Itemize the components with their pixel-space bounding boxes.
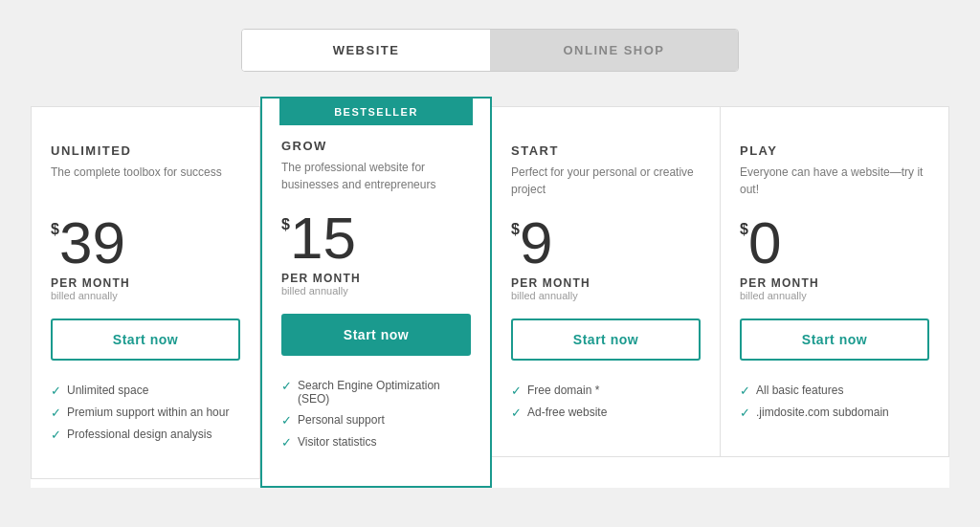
feature-text: Search Engine Optimization (SEO) (298, 379, 471, 406)
tab-toggle: WEBSITE ONLINE SHOP (241, 29, 739, 72)
feature-text: Free domain * (527, 384, 599, 397)
price-block-unlimited: $ 39 (51, 213, 240, 273)
plan-card-unlimited: UNLIMITEDThe complete toolbox for succes… (31, 106, 260, 479)
feature-item: ✓ Free domain * (511, 384, 701, 398)
features-list-unlimited: ✓ Unlimited space ✓ Premium support with… (51, 384, 240, 442)
price-num-grow: 15 (290, 209, 356, 268)
check-icon: ✓ (51, 406, 61, 420)
plan-desc-grow: The professional website for businesses … (281, 159, 471, 193)
start-btn-grow[interactable]: Start now (281, 314, 471, 356)
start-btn-unlimited[interactable]: Start now (51, 318, 240, 361)
check-icon: ✓ (740, 406, 750, 420)
plan-desc-play: Everyone can have a website—try it out! (740, 164, 929, 198)
tab-online-shop[interactable]: ONLINE SHOP (490, 30, 738, 71)
feature-text: All basic features (756, 384, 843, 397)
feature-text: Visitor statistics (298, 435, 376, 449)
plan-name-play: PLAY (740, 143, 929, 158)
price-block-start: $ 9 (511, 213, 701, 273)
per-month-start: PER MONTH (511, 276, 701, 290)
currency-unlimited: $ (51, 221, 59, 238)
feature-item: ✓ Visitor statistics (281, 435, 471, 450)
plan-card-grow: BESTSELLERGROWThe professional website f… (260, 97, 492, 488)
price-block-play: $ 0 (740, 213, 929, 273)
feature-item: ✓ Search Engine Optimization (SEO) (281, 379, 471, 406)
check-icon: ✓ (511, 384, 522, 398)
feature-item: ✓ Ad-free website (511, 406, 701, 420)
billed-start: billed annually (511, 290, 701, 301)
currency-play: $ (740, 221, 748, 238)
currency-grow: $ (281, 216, 290, 233)
price-num-unlimited: 39 (59, 213, 125, 273)
feature-text: Unlimited space (67, 384, 148, 397)
feature-item: ✓ Unlimited space (51, 384, 240, 398)
billed-unlimited: billed annually (51, 290, 240, 301)
feature-text: .jimdosite.com subdomain (756, 406, 889, 419)
plan-desc-start: Perfect for your personal or creative pr… (511, 164, 701, 198)
check-icon: ✓ (511, 406, 522, 420)
feature-item: ✓ .jimdosite.com subdomain (740, 406, 929, 420)
billed-grow: billed annually (281, 285, 471, 296)
per-month-play: PER MONTH (740, 276, 929, 290)
feature-item: ✓ Professional design analysis (51, 428, 240, 442)
plan-card-play: PLAYEveryone can have a website—try it o… (721, 106, 949, 457)
check-icon: ✓ (281, 413, 292, 428)
feature-text: Premium support within an hour (67, 406, 229, 419)
check-icon: ✓ (51, 428, 61, 442)
check-icon: ✓ (281, 379, 292, 393)
feature-text: Professional design analysis (67, 428, 212, 441)
plan-card-start: STARTPerfect for your personal or creati… (492, 106, 721, 457)
check-icon: ✓ (281, 435, 292, 450)
features-list-start: ✓ Free domain * ✓ Ad-free website (511, 384, 701, 420)
features-list-play: ✓ All basic features ✓ .jimdosite.com su… (740, 384, 929, 420)
currency-start: $ (511, 221, 520, 238)
pricing-grid: UNLIMITEDThe complete toolbox for succes… (31, 106, 949, 488)
feature-item: ✓ All basic features (740, 384, 929, 398)
tab-website[interactable]: WEBSITE (242, 30, 490, 71)
feature-text: Personal support (298, 413, 385, 427)
per-month-grow: PER MONTH (281, 272, 471, 285)
plan-name-start: START (511, 143, 701, 158)
start-btn-start[interactable]: Start now (511, 318, 701, 361)
per-month-unlimited: PER MONTH (51, 276, 240, 290)
price-num-start: 9 (520, 213, 552, 273)
price-block-grow: $ 15 (281, 209, 471, 268)
billed-play: billed annually (740, 290, 929, 301)
start-btn-play[interactable]: Start now (740, 318, 929, 361)
price-num-play: 0 (748, 213, 781, 273)
plan-name-grow: GROW (281, 139, 471, 153)
plan-desc-unlimited: The complete toolbox for success (51, 164, 240, 198)
features-list-grow: ✓ Search Engine Optimization (SEO) ✓ Per… (281, 379, 471, 450)
feature-item: ✓ Personal support (281, 413, 471, 428)
feature-item: ✓ Premium support within an hour (51, 406, 240, 420)
plan-name-unlimited: UNLIMITED (51, 143, 240, 158)
check-icon: ✓ (51, 384, 61, 398)
check-icon: ✓ (740, 384, 750, 398)
bestseller-badge: BESTSELLER (279, 99, 473, 125)
feature-text: Ad-free website (527, 406, 607, 419)
